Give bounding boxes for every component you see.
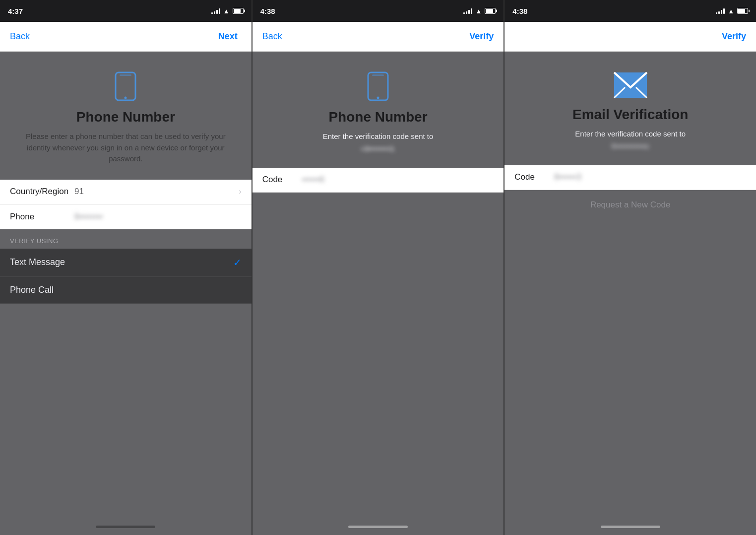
screen2-phone: +9••••••••3. xyxy=(267,144,489,153)
screen3-title: Email Verification xyxy=(519,107,741,123)
chevron-icon-1: › xyxy=(239,187,241,196)
verify-button-2[interactable]: Verify xyxy=(469,31,494,42)
home-bar-2 xyxy=(348,526,408,528)
battery-icon-1 xyxy=(233,8,244,14)
wifi-icon-3: ▲ xyxy=(728,7,734,15)
request-new-code-area: Request a New Code xyxy=(504,190,756,519)
screen2-title: Phone Number xyxy=(267,109,489,125)
home-indicator-1 xyxy=(0,518,252,535)
signal-icon-3 xyxy=(716,8,725,14)
status-bar-2: 4:38 ▲ xyxy=(252,0,504,22)
status-icons-3: ▲ xyxy=(716,7,748,15)
code-label-3: Code xyxy=(514,172,554,182)
country-label: Country/Region xyxy=(10,187,74,197)
back-button-1[interactable]: Back xyxy=(10,31,30,42)
text-message-label: Text Message xyxy=(10,257,233,268)
checkmark-icon: ✓ xyxy=(233,257,242,268)
home-bar-3 xyxy=(601,526,660,528)
verify-section: VERIFY USING Text Message ✓ Phone Call xyxy=(0,229,252,519)
signal-icon-2 xyxy=(463,8,472,14)
screen1-title: Phone Number xyxy=(15,109,237,125)
screen2-body xyxy=(252,193,504,519)
svg-rect-3 xyxy=(368,72,388,100)
status-bar-1: 4:37 ▲ xyxy=(0,0,252,22)
svg-rect-4 xyxy=(372,74,384,76)
status-time-1: 4:37 xyxy=(8,7,23,15)
screen2: 4:38 ▲ Back Verify Phone Number Enter th… xyxy=(252,0,504,535)
email-icon xyxy=(613,71,648,99)
svg-rect-0 xyxy=(116,72,135,100)
wifi-icon-2: ▲ xyxy=(475,7,482,15)
code-row-3[interactable]: Code 8••••••3 xyxy=(504,165,756,190)
request-new-text[interactable]: Request a New Code xyxy=(590,200,671,210)
battery-icon-3 xyxy=(737,8,748,14)
screen3-email: f••••••••••••n xyxy=(519,142,741,150)
wifi-icon-1: ▲ xyxy=(223,7,230,15)
phone-value: 8•••••••• xyxy=(74,212,242,222)
signal-icon-1 xyxy=(211,8,220,14)
screen3-subtitle: Enter the verification code sent to xyxy=(519,129,741,140)
nav-bar-2: Back Verify xyxy=(252,22,504,52)
next-button[interactable]: Next xyxy=(214,29,242,44)
screen1-header: Phone Number Please enter a phone number… xyxy=(0,52,252,180)
status-time-3: 4:38 xyxy=(512,7,527,15)
screen2-subtitle: Enter the verification code sent to xyxy=(267,131,489,142)
status-bar-3: 4:38 ▲ xyxy=(504,0,756,22)
home-indicator-2 xyxy=(252,518,504,535)
nav-bar-1: Back Next xyxy=(0,22,252,52)
phone-icon-2 xyxy=(366,71,390,101)
code-label-2: Code xyxy=(262,175,302,185)
status-icons-2: ▲ xyxy=(463,7,496,15)
phone-call-label: Phone Call xyxy=(10,285,242,295)
home-bar-1 xyxy=(96,526,155,528)
status-icons-1: ▲ xyxy=(211,7,244,15)
svg-point-2 xyxy=(125,97,127,99)
code-value-2: ••••••6 xyxy=(302,175,324,185)
country-row[interactable]: Country/Region 91 › xyxy=(0,180,252,204)
home-indicator-3 xyxy=(504,518,756,535)
phone-icon-1 xyxy=(113,71,138,101)
svg-point-5 xyxy=(377,97,379,99)
verify-section-header: VERIFY USING xyxy=(0,229,252,249)
screen3-header: Email Verification Enter the verificatio… xyxy=(504,52,756,165)
status-time-2: 4:38 xyxy=(260,7,275,15)
screen1: 4:37 ▲ Back Next Phone Number Please ent… xyxy=(0,0,252,535)
battery-icon-2 xyxy=(485,8,496,14)
svg-rect-1 xyxy=(120,74,131,76)
screen1-subtitle: Please enter a phone number that can be … xyxy=(15,131,237,165)
country-value: 91 xyxy=(74,187,239,197)
screen2-header: Phone Number Enter the verification code… xyxy=(252,52,504,168)
phone-row[interactable]: Phone 8•••••••• xyxy=(0,204,252,229)
back-button-2[interactable]: Back xyxy=(262,31,282,42)
phone-label: Phone xyxy=(10,212,74,222)
verify-button-3[interactable]: Verify xyxy=(722,31,746,42)
screen3: 4:38 ▲ Verify Email Verification xyxy=(504,0,756,535)
code-row-2[interactable]: Code ••••••6 xyxy=(252,168,504,193)
phone-call-option[interactable]: Phone Call xyxy=(0,277,252,304)
text-message-option[interactable]: Text Message ✓ xyxy=(0,249,252,277)
nav-bar-3: Verify xyxy=(504,22,756,52)
code-value-3: 8••••••3 xyxy=(554,172,581,182)
form-section-1: Country/Region 91 › Phone 8•••••••• xyxy=(0,180,252,229)
